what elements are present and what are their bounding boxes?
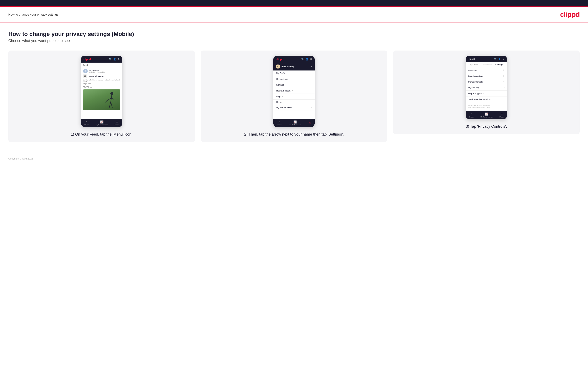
phone-3: < Back 🔍 👤 ⚙ My Profile Connections Sett… (466, 56, 507, 119)
chevron-right-icon-golfbag: > (503, 86, 504, 89)
step-3: < Back 🔍 👤 ⚙ My Profile Connections Sett… (393, 50, 580, 134)
svg-line-6 (112, 98, 114, 99)
menu-section-performance[interactable]: My Performance (273, 105, 315, 110)
phone-1: clippd 🔍 👤 ⚙ Feed B Blair McHarg (81, 56, 122, 127)
footer3-menu: ☰ Menu (500, 112, 504, 118)
menu-item-settings[interactable]: Settings (273, 82, 315, 88)
phone-1-logo: clippd (84, 58, 91, 61)
step-2-caption: 2) Then, tap the arrow next to your name… (244, 132, 344, 137)
settings-row-myaccount[interactable]: My Account > (466, 67, 507, 73)
tab-myprofile[interactable]: My Profile (468, 62, 480, 67)
feed-label: Feed (81, 63, 122, 67)
menu-arrow-icon: ∧ (311, 65, 312, 68)
settings-row-mygolfbag[interactable]: My Golf Bag > (466, 85, 507, 91)
footer-performance: 📈 My Performance (95, 120, 108, 126)
menu-user-row: B Blair McHarg ∧ (273, 63, 315, 70)
menu-item-connections[interactable]: Connections (273, 76, 315, 82)
svg-line-3 (111, 102, 112, 108)
phone-2-header: clippd 🔍 👤 ⚙ (273, 56, 315, 63)
settings-row-helpsupport[interactable]: Help & Support ↗ (466, 91, 507, 96)
chevron-right-icon-privacy: > (503, 81, 504, 83)
close-icon: ✕ (309, 121, 311, 125)
home-icon: ⌂ (86, 120, 87, 124)
menu-section-home-label: Home (276, 101, 282, 103)
feed-card: B Blair McHarg Yesterday · Sunningdale 🎬… (81, 67, 122, 112)
search-icon: 🔍 (109, 58, 112, 60)
settings-myaccount-label: My Account (468, 69, 478, 71)
footer-menu: ☰ Menu (115, 120, 119, 126)
settings-tabs: My Profile Connections Settings (466, 62, 507, 67)
footer-home-label: Home (84, 124, 89, 126)
footer3-home-label: Home (469, 116, 474, 118)
footer2-performance-label: My Performance (289, 124, 301, 126)
menu-icon-3: ☰ (500, 112, 503, 116)
settings-mygolfbag-label: My Golf Bag (468, 86, 479, 89)
chevron-down-icon-2 (311, 107, 312, 109)
settings-back-header: < Back 🔍 👤 ⚙ (466, 56, 507, 62)
menu-item-myprofile[interactable]: My Profile (273, 70, 315, 76)
header: How to change your privacy settings clip… (0, 7, 588, 23)
header-title: How to change your privacy settings (8, 13, 59, 16)
home-icon-3: ⌂ (471, 112, 472, 116)
phone-2-icons: 🔍 👤 ⚙ (301, 58, 312, 60)
feed-image (83, 89, 120, 110)
settings-row-serviceprivacy[interactable]: Service & Privacy Policy ↗ (466, 96, 507, 102)
settings-version: Clippd Client Version: 2022.8-3-3 GQL Se… (466, 102, 507, 111)
feed-duration: Duration01 hr : 30 min (83, 85, 120, 88)
menu-item-logout[interactable]: Logout (273, 94, 315, 100)
footer2-close[interactable]: ✕ (309, 121, 311, 125)
tab-settings[interactable]: Settings (494, 62, 504, 67)
feed-avatar: B (83, 69, 88, 73)
phone-2: clippd 🔍 👤 ⚙ B Blair McHarg (273, 56, 315, 127)
back-label[interactable]: < Back (468, 58, 475, 60)
step-1: clippd 🔍 👤 ⚙ Feed B Blair McHarg (8, 50, 195, 142)
settings-list: My Account > Data Integrations > Privacy… (466, 67, 507, 102)
step-2: clippd 🔍 👤 ⚙ B Blair McHarg (201, 50, 387, 142)
phone-1-header: clippd 🔍 👤 ⚙ (81, 56, 122, 63)
search-icon-3: 🔍 (494, 58, 497, 60)
feed-user-info: Blair McHarg Yesterday · Sunningdale (89, 69, 105, 73)
chevron-down-icon (311, 101, 312, 103)
chevron-right-icon-data: > (503, 75, 504, 77)
search-icon-2: 🔍 (301, 58, 304, 60)
feed-lesson-icon: 🎬 (83, 75, 87, 78)
feed-desc: Looking to feel like my hands are exitin… (83, 79, 120, 85)
footer3-performance: 📈 My Performance (480, 112, 493, 118)
phone-2-logo: clippd (276, 58, 283, 61)
menu-items: My Profile Connections Settings Help & S… (273, 70, 315, 100)
settings-row-dataintegrations[interactable]: Data Integrations > (466, 73, 507, 79)
footer2-home-label: Home (277, 124, 282, 126)
menu-section-home[interactable]: Home (273, 100, 315, 105)
golfer-svg (104, 92, 116, 110)
footer-menu-label: Menu (115, 124, 119, 126)
menu-item-helpsupport[interactable]: Help & Support (273, 88, 315, 94)
settings-icon-3: ⚙ (502, 58, 504, 60)
page-subtitle: Choose what you want people to see (8, 39, 580, 43)
svg-line-2 (109, 102, 111, 108)
settings-privacycontrols-label: Privacy Controls (468, 81, 483, 83)
phone-2-body: B Blair McHarg ∧ My Profile Connections … (273, 63, 315, 119)
menu-section-performance-label: My Performance (276, 107, 292, 109)
copyright-text: Copyright Clippd 2022 (8, 157, 33, 160)
footer2-home: ⌂ Home (277, 120, 282, 126)
feed-lesson-title: Lesson with Fordy (88, 75, 104, 77)
phone-3-icons: 🔍 👤 ⚙ (494, 58, 504, 60)
footer-performance-label: My Performance (95, 124, 108, 126)
feed-user-name: Blair McHarg (89, 69, 105, 71)
svg-point-0 (110, 92, 113, 95)
main-content: How to change your privacy settings (Mob… (0, 23, 588, 146)
footer3-menu-label: Menu (500, 116, 504, 118)
settings-dataintegrations-label: Data Integrations (468, 75, 483, 77)
phone-2-footer: ⌂ Home 📈 My Performance ✕ (273, 119, 315, 127)
phone-1-body: Feed B Blair McHarg Yesterday · Sunningd… (81, 63, 122, 119)
footer: Copyright Clippd 2022 (0, 152, 588, 165)
tab-connections[interactable]: Connections (480, 62, 494, 67)
home-icon-2: ⌂ (279, 120, 280, 124)
settings-row-privacycontrols[interactable]: Privacy Controls > (466, 79, 507, 85)
top-bar (0, 0, 588, 6)
feed-user-sub: Yesterday · Sunningdale (89, 71, 105, 73)
settings-serviceprivacy-label: Service & Privacy Policy ↗ (468, 98, 492, 100)
phone-1-icons: 🔍 👤 ⚙ (109, 58, 120, 60)
footer-home: ⌂ Home (84, 120, 89, 126)
footer3-performance-label: My Performance (480, 116, 493, 118)
